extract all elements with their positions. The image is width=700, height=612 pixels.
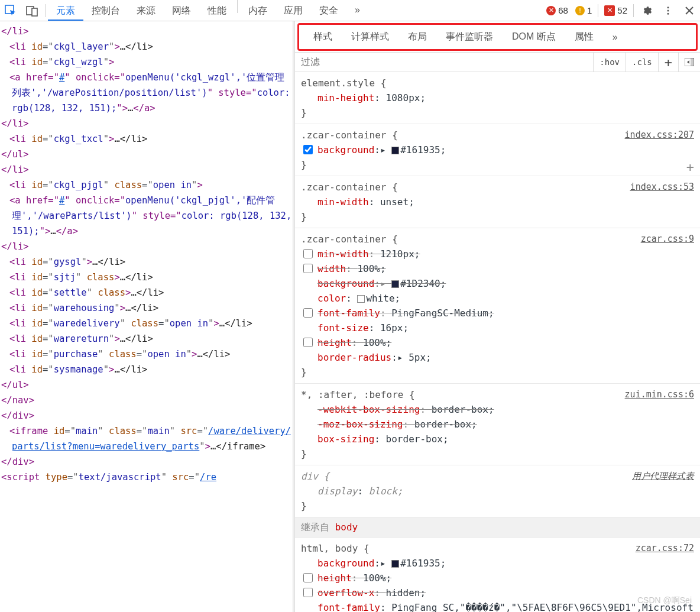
property-row[interactable]: height: 100%; xyxy=(301,335,694,350)
property-row[interactable]: color: white; xyxy=(301,291,694,306)
property-row[interactable]: border-radius:▸ 5px; xyxy=(301,350,694,365)
inspect-icon[interactable] xyxy=(0,1,21,21)
subtab-props[interactable]: 属性 xyxy=(565,27,603,47)
property-row[interactable]: -webkit-box-sizing: border-box; xyxy=(301,402,694,417)
warning-icon: ! xyxy=(575,6,585,15)
svg-point-5 xyxy=(667,12,669,14)
error-icon: ✕ xyxy=(546,6,556,15)
color-swatch[interactable] xyxy=(357,295,365,303)
separator xyxy=(633,4,634,17)
property-toggle[interactable] xyxy=(303,308,313,318)
main-tabs: 元素 控制台 来源 网络 性能 内存 应用 安全 » xyxy=(48,0,368,21)
separator xyxy=(237,0,238,13)
tab-memory[interactable]: 内存 xyxy=(240,0,276,21)
elements-tree[interactable]: </li> ▶<li id="ckgl_layer">…</li> ▼<li i… xyxy=(0,21,293,612)
property-row[interactable]: box-sizing: border-box; xyxy=(301,432,694,446)
selector[interactable]: .zcar-container { xyxy=(301,232,694,247)
property-toggle[interactable] xyxy=(303,338,313,347)
tab-security[interactable]: 安全 xyxy=(311,0,346,21)
styles-pane[interactable]: element.style {min-height: 1080px;}index… xyxy=(295,72,700,612)
property-row[interactable]: -moz-box-sizing: border-box; xyxy=(301,417,694,432)
svg-point-4 xyxy=(667,9,669,11)
error-count[interactable]: ✕68 xyxy=(543,5,572,15)
source-link: 用户代理样式表 xyxy=(632,469,694,484)
property-row[interactable]: font-size: 16px; xyxy=(301,320,694,335)
property-row[interactable]: display: block; xyxy=(301,484,694,498)
new-rule-icon[interactable]: + xyxy=(658,53,678,72)
source-link[interactable]: zcar.css:72 xyxy=(636,541,694,556)
color-swatch[interactable] xyxy=(391,280,399,288)
source-link[interactable]: index.css:53 xyxy=(630,180,694,195)
tab-console[interactable]: 控制台 xyxy=(83,0,128,21)
property-toggle[interactable] xyxy=(303,249,313,258)
svg-rect-2 xyxy=(32,8,37,16)
device-toggle-icon[interactable] xyxy=(21,1,43,21)
source-link[interactable]: zcar.css:9 xyxy=(641,232,694,247)
property-row[interactable]: min-width: 1210px; xyxy=(301,247,694,261)
color-swatch[interactable] xyxy=(391,147,399,154)
close-icon[interactable] xyxy=(679,1,700,21)
property-row[interactable]: background:▸ #1D2340; xyxy=(301,276,694,291)
property-row[interactable]: width: 100%; xyxy=(301,261,694,276)
devtools-toolbar: 元素 控制台 来源 网络 性能 内存 应用 安全 » ✕68 !1 ✕52 xyxy=(0,0,700,21)
source-link[interactable]: zui.min.css:6 xyxy=(625,387,694,402)
watermark: CSDN @啊Sei xyxy=(637,595,692,606)
filter-bar: :hov .cls + xyxy=(295,52,700,72)
property-row[interactable]: overflow-x: hidden; xyxy=(301,585,694,600)
tab-sources[interactable]: 来源 xyxy=(128,0,164,21)
tab-network[interactable]: 网络 xyxy=(164,0,199,21)
property-row[interactable]: height: 100%; xyxy=(301,571,694,585)
add-property-icon[interactable]: + xyxy=(686,160,694,174)
color-swatch[interactable] xyxy=(391,560,399,568)
styles-tabs-highlight: 样式 计算样式 布局 事件监听器 DOM 断点 属性 » xyxy=(297,23,698,51)
more-subtabs-icon[interactable]: » xyxy=(603,28,627,46)
property-toggle[interactable] xyxy=(303,573,313,582)
property-row[interactable]: min-height: 1080px; xyxy=(301,90,694,105)
kebab-menu-icon[interactable] xyxy=(657,1,679,21)
hov-toggle[interactable]: :hov xyxy=(593,53,626,72)
property-row[interactable]: font-family: PingFang SC,"����ź�","\5FAE… xyxy=(301,600,694,612)
property-row[interactable]: font-family: PingFangSC-Medium; xyxy=(301,306,694,320)
property-row[interactable]: min-width: unset; xyxy=(301,195,694,209)
issues-icon: ✕ xyxy=(604,5,615,16)
source-link[interactable]: index.css:207 xyxy=(625,128,694,143)
property-row[interactable]: background:▸ #161935; xyxy=(301,556,694,571)
subtab-listeners[interactable]: 事件监听器 xyxy=(436,27,503,47)
issues-count[interactable]: ✕52 xyxy=(601,5,631,16)
svg-rect-7 xyxy=(691,58,694,66)
tab-application[interactable]: 应用 xyxy=(276,0,311,21)
warning-count[interactable]: !1 xyxy=(572,5,595,15)
subtab-dombreak[interactable]: DOM 断点 xyxy=(503,27,565,47)
tab-elements[interactable]: 元素 xyxy=(48,0,83,21)
inherited-header: 继承自 body xyxy=(295,517,700,537)
selector[interactable]: element.style { xyxy=(301,76,694,90)
separator xyxy=(45,4,46,17)
separator xyxy=(598,4,598,17)
property-row[interactable]: background:▸ #161935; xyxy=(301,143,694,157)
svg-point-3 xyxy=(667,7,669,8)
filter-input[interactable] xyxy=(295,53,593,71)
tab-performance[interactable]: 性能 xyxy=(199,0,235,21)
subtab-styles[interactable]: 样式 xyxy=(304,27,342,47)
subtab-layout[interactable]: 布局 xyxy=(398,27,436,47)
toggle-sidebar-icon[interactable] xyxy=(678,53,700,72)
subtab-computed[interactable]: 计算样式 xyxy=(342,27,398,47)
property-toggle[interactable] xyxy=(303,588,313,597)
cls-toggle[interactable]: .cls xyxy=(626,53,658,72)
more-tabs-icon[interactable]: » xyxy=(346,0,368,21)
property-toggle[interactable] xyxy=(303,145,313,154)
settings-icon[interactable] xyxy=(636,1,657,21)
property-toggle[interactable] xyxy=(303,264,313,273)
